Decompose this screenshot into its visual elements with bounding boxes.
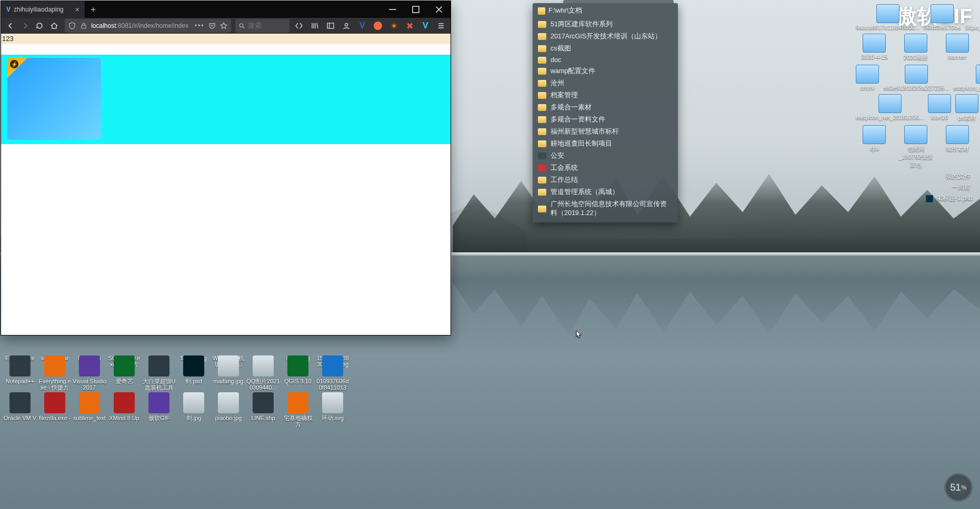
folder-icon [538, 33, 546, 40]
desktop-folder[interactable]: 56fdf3fe170be [924, 4, 961, 30]
app-menu-button[interactable] [435, 19, 447, 32]
desktop-folder[interactable]: 58pic_27251633_a4a5a... [965, 4, 980, 30]
desktop-shortcut[interactable]: 环动.svg [316, 392, 349, 421]
panel-item[interactable]: 耕地巡查田长制项目 [533, 138, 678, 150]
address-bar[interactable]: localhost:8081/#/index/home/index ••• [65, 19, 231, 33]
desktop-shortcut[interactable]: 大白菜超级U盘装机工具 [142, 355, 176, 391]
sidebar-icon[interactable] [323, 19, 338, 32]
page-card[interactable]: ⚡ [7, 58, 101, 140]
folder-icon [856, 65, 879, 84]
panel-handle[interactable] [563, 0, 674, 3]
desktop-shortcut[interactable]: 傲软GIF [142, 392, 176, 421]
desktop-folder[interactable]: 2020画册 [897, 34, 935, 62]
panel-item-label: wamp配置文件 [551, 67, 595, 76]
desktop-folder[interactable]: icon16 [928, 94, 951, 122]
vue-icon[interactable]: V [418, 19, 433, 32]
nav-home-button[interactable] [48, 19, 61, 32]
desktop-shortcut[interactable]: Notepad++ [3, 355, 37, 384]
browser-window: V zhihuiyiliaodaping × ＋ [1, 1, 451, 335]
search-input[interactable] [248, 22, 286, 29]
panel-item[interactable]: 公安 [533, 150, 678, 162]
window-close-button[interactable] [427, 1, 451, 18]
panel-item[interactable]: 51两区建库软件系列 [533, 18, 678, 30]
panel-item[interactable]: wamp配置文件 [533, 65, 678, 77]
desktop-icon-label: maifang.jpg [212, 378, 245, 384]
desktop-section-label: 我的文件 [856, 172, 976, 181]
pocket-icon[interactable] [208, 22, 216, 30]
panel-item[interactable]: 福州新型智慧城市标杆 [533, 126, 678, 138]
panel-item[interactable]: 沧州 [533, 77, 678, 89]
devtools-icon[interactable] [292, 19, 306, 32]
desktop-file[interactable]: 未标题-1.psd [856, 194, 976, 203]
desktop-shortcut[interactable]: filezilla.exe - [38, 392, 72, 421]
desktop-shortcut[interactable]: Everything.exe - 快捷方式 [38, 355, 72, 391]
desktop-shortcut[interactable]: Visual Studio 2017 [73, 355, 106, 391]
window-minimize-button[interactable] [381, 1, 404, 18]
folder-icon [538, 152, 546, 159]
extension-puzzle-icon[interactable]: ✖ [402, 19, 417, 32]
panel-item[interactable]: cs截图 [533, 43, 678, 55]
desktop-shortcut[interactable]: sublime_text [73, 392, 106, 421]
desktop-shortcut[interactable]: 宅基地确权方 [281, 392, 315, 427]
desktop-shortcut[interactable]: 010937606d0f8411013f... [316, 355, 349, 391]
minimize-icon [388, 5, 397, 14]
desktop-folder[interactable]: 2020-4-15 [856, 34, 893, 62]
bookmark-star-icon[interactable] [219, 22, 228, 30]
extension-monkey-icon[interactable] [371, 19, 385, 32]
tab-close-icon[interactable]: × [75, 5, 79, 14]
panel-item[interactable]: 多规合一素材 [533, 101, 678, 114]
window-maximize-button[interactable] [404, 1, 427, 18]
nav-forward-button[interactable] [19, 19, 32, 32]
library-icon[interactable] [307, 19, 322, 32]
panel-item[interactable]: doc [533, 55, 678, 65]
panel-item[interactable]: 档案管理 [533, 89, 678, 101]
desktop-folder[interactable]: ps素材 [955, 94, 978, 122]
desktop-shortcut[interactable]: 剑.jpg [177, 392, 211, 421]
desktop-shortcut[interactable]: piaobo.jpg [212, 392, 245, 421]
panel-item[interactable]: 管道管理系统（禹城） [533, 186, 678, 198]
desktop-shortcut[interactable]: LINE.shp [246, 392, 280, 421]
desktop-folder[interactable]: 9abca8817c11fb48b60... [856, 4, 919, 30]
panel-title: F:\whr\文档 [533, 3, 678, 18]
desktop-folder[interactable]: 包图网_180792憧憬蓝色 [897, 125, 935, 169]
search-box[interactable] [235, 19, 290, 33]
desktop-folder[interactable]: cmmi [856, 65, 879, 91]
desktop-icon-label: 大白菜超级U盘装机工具 [142, 378, 176, 391]
desktop-folder[interactable]: easyicon_net_20161206... [856, 94, 924, 122]
desktop-icon-label: 城市素材 [938, 145, 976, 153]
panel-item-label: 多规合一资料文件 [551, 115, 605, 124]
desktop-shortcut[interactable]: maifang.jpg [212, 355, 245, 384]
reader-icon[interactable]: ••• [195, 22, 205, 29]
desktop-shortcut[interactable]: QQ图片20210309440... [246, 355, 280, 391]
account-icon[interactable] [339, 19, 354, 32]
desktop-icon-label: 2020画册 [897, 54, 935, 62]
panel-item[interactable]: 广州长地空间信息技术有限公司宣传资料（2019.1.22） [533, 198, 678, 219]
nav-reload-button[interactable] [34, 19, 46, 32]
panel-item[interactable]: 工作总结 [533, 174, 678, 186]
desktop-shortcut[interactable]: 爱奇艺 [107, 355, 141, 384]
browser-tab-active[interactable]: V zhihuiyiliaodaping × [1, 1, 85, 18]
panel-item[interactable]: 多规合一资料文件 [533, 114, 678, 126]
desktop-folder[interactable]: e80e913f182f3a227235... [883, 65, 949, 91]
extension-star-icon[interactable]: ✶ [386, 19, 401, 32]
desktop-folder[interactable]: zjtu [856, 125, 893, 169]
vue-devtools-icon[interactable]: V [355, 19, 369, 32]
app-icon [79, 355, 100, 376]
reload-icon [35, 22, 44, 30]
desktop-folder[interactable]: easyicon_net_20161205... [953, 65, 980, 91]
panel-item-label: 多规合一素材 [551, 103, 592, 112]
panel-item[interactable]: 2017ArcGIS开发技术培训（山东站） [533, 30, 678, 43]
nav-back-button[interactable] [4, 19, 17, 32]
desktop-icon-label: 爱奇艺 [107, 378, 141, 384]
new-tab-button[interactable]: ＋ [85, 1, 101, 18]
desktop-folder[interactable]: 城市素材 [938, 125, 976, 169]
panel-item[interactable]: 工会系统 [533, 162, 678, 174]
desktop-shortcut[interactable]: QGIS 3.10 [281, 355, 315, 384]
app-icon [44, 392, 65, 413]
app-icon [9, 392, 31, 413]
desktop-shortcut[interactable]: XMind 8 Up [107, 392, 141, 421]
desktop-shortcut[interactable]: Oracle VM V [3, 392, 37, 421]
desktop-folder[interactable]: banner [938, 34, 976, 62]
desktop-shortcut[interactable]: 剑.psd [177, 355, 211, 384]
progress-value: 51 [951, 482, 961, 493]
